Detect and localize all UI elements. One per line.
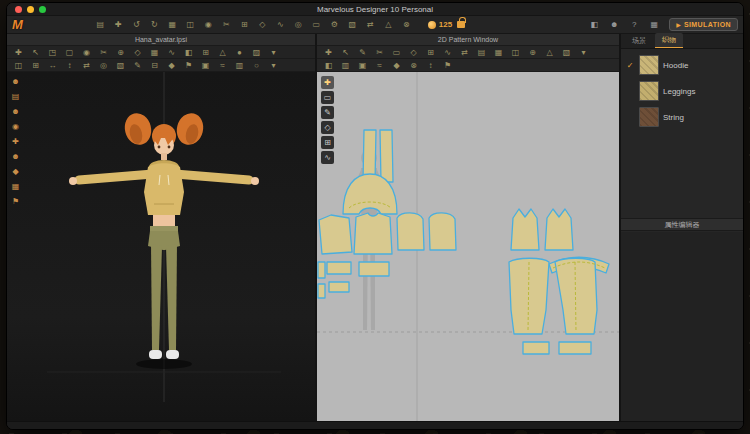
tool-icon[interactable]: ◧ — [321, 59, 336, 71]
tool-icon[interactable]: ▧ — [345, 19, 360, 31]
tool-icon[interactable]: ◉ — [79, 46, 94, 58]
coin-balance[interactable]: 125 — [428, 20, 452, 29]
tool-icon[interactable]: ◉ — [201, 19, 216, 31]
tool-icon[interactable]: ◎ — [291, 19, 306, 31]
tool-icon[interactable]: ⊞ — [28, 59, 43, 71]
tool-icon[interactable]: ✚ — [111, 19, 126, 31]
tool-icon[interactable]: ⊗ — [399, 19, 414, 31]
avatar-mode-icon[interactable]: ☻ — [8, 75, 23, 88]
fabric-list-item[interactable]: Leggings — [621, 78, 743, 104]
tool-icon[interactable]: ◫ — [11, 59, 26, 71]
tool-icon[interactable]: ◫ — [183, 19, 198, 31]
tool-icon[interactable]: ▧ — [113, 59, 128, 71]
maximize-button[interactable] — [39, 6, 46, 13]
tool-icon[interactable]: ⚑ — [440, 59, 455, 71]
tool-icon[interactable]: ◆ — [389, 59, 404, 71]
top-right-icon[interactable]: ▦ — [647, 19, 661, 31]
pattern-tool-icon[interactable]: ✎ — [321, 106, 334, 119]
tool-icon[interactable]: ▾ — [266, 59, 281, 71]
tool-icon[interactable]: ⊞ — [198, 46, 213, 58]
tool-icon[interactable]: ∿ — [273, 19, 288, 31]
avatar-mode-icon[interactable]: ◆ — [8, 165, 23, 178]
tool-icon[interactable]: ⇄ — [363, 19, 378, 31]
pattern-2d-canvas[interactable]: ✚▭✎◇⊞∿ — [317, 72, 619, 421]
fabric-list-item[interactable]: ✓ Hoodie — [621, 52, 743, 78]
tool-icon[interactable]: ⇄ — [457, 46, 472, 58]
tool-icon[interactable]: ≈ — [372, 59, 387, 71]
minimize-button[interactable] — [27, 6, 34, 13]
tool-icon[interactable]: ↔ — [45, 59, 60, 71]
tool-icon[interactable]: ∿ — [440, 46, 455, 58]
tool-icon[interactable]: ▤ — [93, 19, 108, 31]
tool-icon[interactable]: ↺ — [129, 19, 144, 31]
tool-icon[interactable]: ↖ — [338, 46, 353, 58]
top-right-icon[interactable]: ◧ — [587, 19, 601, 31]
tool-icon[interactable]: ↕ — [423, 59, 438, 71]
tool-icon[interactable]: ◇ — [406, 46, 421, 58]
tool-icon[interactable]: ▾ — [266, 46, 281, 58]
property-editor-header[interactable]: 属性编辑器 — [621, 218, 743, 231]
viewport-3d-canvas[interactable]: ☻▤☻◉✚☻◆▦⚑ — [7, 72, 315, 421]
tool-icon[interactable]: ↕ — [62, 59, 77, 71]
avatar-mode-icon[interactable]: ◉ — [8, 120, 23, 133]
tool-icon[interactable]: ◇ — [130, 46, 145, 58]
tool-icon[interactable]: ≈ — [215, 59, 230, 71]
tool-icon[interactable]: ▣ — [198, 59, 213, 71]
pattern-tool-icon[interactable]: ▭ — [321, 91, 334, 104]
avatar-mode-icon[interactable]: ▤ — [8, 90, 23, 103]
tool-icon[interactable]: ✚ — [321, 46, 336, 58]
tool-icon[interactable]: ▣ — [355, 59, 370, 71]
tool-icon[interactable]: △ — [542, 46, 557, 58]
tab-fabric[interactable]: 织物 — [655, 33, 683, 48]
tool-icon[interactable]: ▧ — [559, 46, 574, 58]
lock-icon[interactable] — [457, 21, 465, 28]
tool-icon[interactable]: ▾ — [576, 46, 591, 58]
tool-icon[interactable]: ⊞ — [423, 46, 438, 58]
tool-icon[interactable]: ✎ — [130, 59, 145, 71]
tool-icon[interactable]: ✚ — [11, 46, 26, 58]
pattern-tool-icon[interactable]: ✚ — [321, 76, 334, 89]
avatar-mode-icon[interactable]: ▦ — [8, 180, 23, 193]
tool-icon[interactable]: ↻ — [147, 19, 162, 31]
tool-icon[interactable]: ⊗ — [406, 59, 421, 71]
viewport-3d-tab[interactable]: Hana_avatar.lpsi — [7, 34, 315, 46]
tool-icon[interactable]: ◇ — [255, 19, 270, 31]
tool-icon[interactable]: ◆ — [164, 59, 179, 71]
tool-icon[interactable]: ⚙ — [327, 19, 342, 31]
pattern-tool-icon[interactable]: ∿ — [321, 151, 334, 164]
avatar-mode-icon[interactable]: ☻ — [8, 150, 23, 163]
tool-icon[interactable]: ◳ — [45, 46, 60, 58]
tool-icon[interactable]: ○ — [249, 59, 264, 71]
close-button[interactable] — [15, 6, 22, 13]
pattern-tool-icon[interactable]: ◇ — [321, 121, 334, 134]
top-right-icon[interactable]: ? — [627, 19, 641, 31]
tool-icon[interactable]: ✂ — [219, 19, 234, 31]
title-bar[interactable]: Marvelous Designer 10 Personal — [7, 3, 743, 16]
tool-icon[interactable]: ▢ — [62, 46, 77, 58]
tool-icon[interactable]: ▤ — [474, 46, 489, 58]
tool-icon[interactable]: ✎ — [355, 46, 370, 58]
tool-icon[interactable]: ↖ — [28, 46, 43, 58]
simulation-button[interactable]: ▶ SIMULATION — [669, 18, 738, 31]
tool-icon[interactable]: ⊕ — [113, 46, 128, 58]
tool-icon[interactable]: ▨ — [249, 46, 264, 58]
tool-icon[interactable]: ⊕ — [525, 46, 540, 58]
tool-icon[interactable]: ∿ — [164, 46, 179, 58]
tool-icon[interactable]: ⊞ — [237, 19, 252, 31]
tool-icon[interactable]: ⊟ — [147, 59, 162, 71]
tool-icon[interactable]: ▭ — [389, 46, 404, 58]
avatar-mode-icon[interactable]: ☻ — [8, 105, 23, 118]
tool-icon[interactable]: ▥ — [232, 59, 247, 71]
tool-icon[interactable]: ▦ — [165, 19, 180, 31]
top-right-icon[interactable]: ☻ — [607, 19, 621, 31]
tool-icon[interactable]: ✂ — [96, 46, 111, 58]
tool-icon[interactable]: ◧ — [181, 46, 196, 58]
avatar-mode-icon[interactable]: ⚑ — [8, 195, 23, 208]
tool-icon[interactable]: ◫ — [508, 46, 523, 58]
tool-icon[interactable]: ⚑ — [181, 59, 196, 71]
tool-icon[interactable]: ● — [232, 46, 247, 58]
tab-scene[interactable]: 场景 — [625, 34, 653, 48]
pattern-2d-tab[interactable]: 2D Pattern Window — [317, 34, 619, 46]
tool-icon[interactable]: ⇄ — [79, 59, 94, 71]
tool-icon[interactable]: △ — [381, 19, 396, 31]
